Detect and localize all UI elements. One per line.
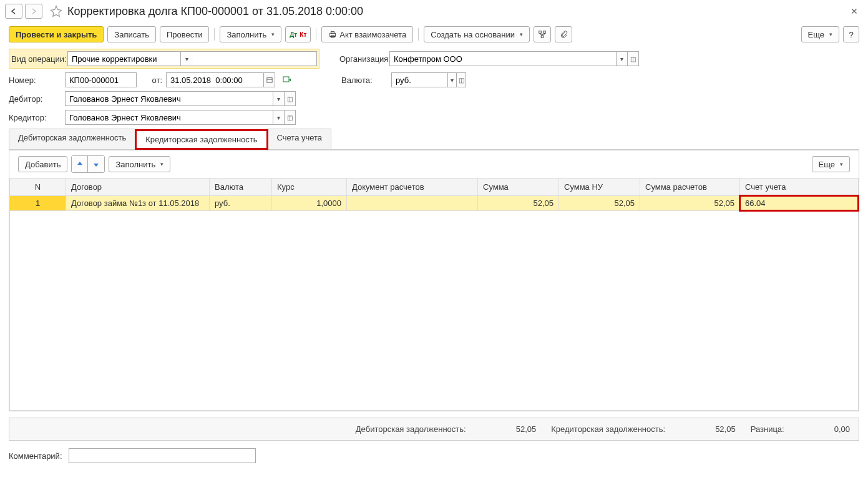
post-button[interactable]: Провести [160,26,210,42]
close-button[interactable]: ✕ [846,4,863,19]
svg-rect-4 [544,31,546,34]
refresh-date-icon[interactable] [280,72,294,87]
op-type-label: Вид операции: [11,54,67,64]
more-button[interactable]: Еще▾ [801,26,839,42]
post-and-close-button[interactable]: Провести и закрыть [9,26,104,42]
svg-rect-6 [266,78,271,83]
date-picker-icon[interactable] [263,73,275,87]
col-sum-nu[interactable]: Сумма НУ [559,179,640,196]
tab-accounts[interactable]: Счета учета [268,129,332,149]
col-sum-calc[interactable]: Сумма расчетов [640,179,740,196]
org-open[interactable]: ◫ [627,52,638,66]
col-sum[interactable]: Сумма [478,179,559,196]
creditor-input[interactable] [66,110,273,124]
col-doc[interactable]: Документ расчетов [347,179,478,196]
move-up-button[interactable] [72,156,88,172]
create-based-on-button[interactable]: Создать на основании▾ [424,26,530,42]
dtkt-button[interactable]: ДтКт [285,26,311,42]
currency-input[interactable] [392,73,447,87]
nav-back-button[interactable] [5,4,22,19]
org-dropdown[interactable]: ▾ [616,52,627,66]
tab-credit[interactable]: Кредиторская задолженность [135,129,268,150]
favorite-star-icon[interactable] [50,5,62,17]
col-rate[interactable]: Курс [272,179,347,196]
number-label: Номер: [9,76,65,85]
paperclip-icon [559,30,568,39]
col-n[interactable]: N [10,179,66,196]
debtor-input[interactable] [66,92,273,105]
date-label: от: [140,76,162,85]
fill-dropdown-button[interactable]: Заполнить▾ [220,26,281,42]
svg-rect-3 [539,31,542,34]
debtor-dropdown[interactable]: ▾ [273,92,284,105]
op-type-dropdown[interactable]: ▾ [180,52,193,66]
printer-icon [328,30,337,39]
tab-more-button[interactable]: Еще▾ [812,156,850,172]
write-button[interactable]: Записать [107,26,156,42]
col-account[interactable]: Счет учета [740,179,859,196]
svg-rect-5 [541,36,544,38]
org-label: Организация: [339,54,389,64]
svg-rect-7 [283,77,289,82]
org-input[interactable] [390,52,616,66]
structure-button[interactable] [534,26,551,42]
number-input[interactable] [66,73,136,87]
creditor-dropdown[interactable]: ▾ [273,110,284,124]
col-contract[interactable]: Договор [66,179,210,196]
nav-forward-button[interactable] [25,4,42,19]
print-act-button[interactable]: Акт взаимозачета [321,26,413,42]
help-button[interactable]: ? [843,26,859,42]
debtor-open[interactable]: ◫ [284,92,295,105]
attach-button[interactable] [555,26,572,42]
creditor-label: Кредитор: [9,113,65,122]
page-title: Корректировка долга КП00-000001 от 31.05… [67,5,363,18]
col-currency[interactable]: Валюта [210,179,272,196]
currency-dropdown[interactable]: ▾ [447,73,457,87]
totals-bar: Дебиторская задолженность:52,05 Кредитор… [9,418,859,441]
structure-icon [538,30,547,39]
svg-rect-1 [331,32,334,34]
move-down-button[interactable] [88,156,104,172]
creditor-open[interactable]: ◫ [284,110,295,124]
op-type-input[interactable] [68,52,180,66]
comment-label: Комментарий: [9,451,62,461]
currency-open[interactable]: ◫ [456,73,466,87]
debtor-label: Дебитор: [9,94,65,104]
date-input[interactable] [167,73,263,87]
currency-label: Валюта: [341,76,391,85]
tab-debit[interactable]: Дебиторская задолженность [9,129,135,149]
lines-table: N Договор Валюта Курс Документ расчетов … [9,178,859,411]
add-row-button[interactable]: Добавить [18,156,67,172]
table-row[interactable]: 1 Договор займа №1з от 11.05.2018 руб. 1… [10,196,859,211]
comment-input[interactable] [69,448,256,463]
tab-fill-button[interactable]: Заполнить▾ [109,156,170,172]
